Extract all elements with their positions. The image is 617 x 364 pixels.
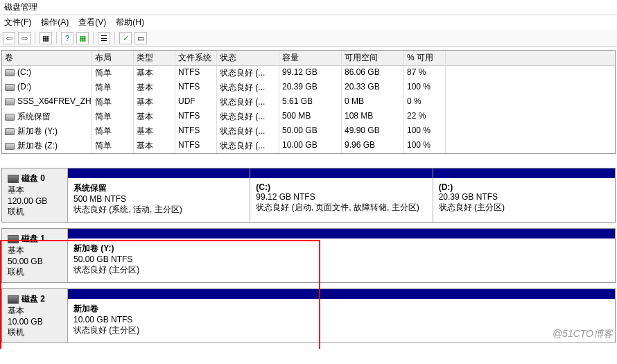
partition-status: 状态良好 (系统, 活动, 主分区) — [73, 204, 244, 216]
col-status[interactable]: 状态 — [217, 51, 279, 65]
volume-name: (C:) — [17, 67, 31, 77]
volume-row[interactable]: (C:)简单基本NTFS状态良好 (...99.12 GB86.06 GB87 … — [2, 66, 615, 80]
volume-pct: 100 % — [404, 124, 446, 139]
partition-body: 系统保留500 MB NTFS状态良好 (系统, 活动, 主分区) — [68, 178, 250, 222]
props-button[interactable]: ▭ — [134, 32, 147, 44]
volume-row[interactable]: 系统保留简单基本NTFS状态良好 (...500 MB108 MB22 % — [2, 110, 615, 124]
disk-row[interactable]: 磁盘 2基本10.00 GB联机新加卷10.00 GB NTFS状态良好 (主分… — [1, 288, 616, 343]
refresh-button[interactable]: ▦ — [76, 32, 89, 44]
volume-pct: 100 % — [404, 139, 446, 153]
volume-cap: 50.00 GB — [279, 124, 342, 139]
volume-type: 基本 — [134, 95, 175, 110]
volume-pct: 22 % — [404, 110, 446, 124]
col-type[interactable]: 类型 — [134, 51, 175, 65]
volume-layout: 简单 — [92, 66, 134, 80]
disk-row[interactable]: 磁盘 0基本120.00 GB联机系统保留500 MB NTFS状态良好 (系统… — [1, 168, 616, 223]
volume-name: 新加卷 (Z:) — [17, 141, 58, 150]
volume-pct: 87 % — [404, 66, 446, 80]
partition[interactable]: (C:)99.12 GB NTFS状态良好 (启动, 页面文件, 故障转储, 主… — [250, 168, 433, 222]
col-layout[interactable]: 布局 — [92, 51, 134, 65]
volume-layout: 简单 — [92, 110, 134, 124]
menu-action[interactable]: 操作(A) — [41, 17, 69, 28]
volume-row[interactable]: SSS_X64FREV_ZH...简单基本UDF状态良好 (...5.61 GB… — [2, 95, 615, 110]
partition[interactable]: 新加卷 (Y:)50.00 GB NTFS状态良好 (主分区) — [68, 229, 615, 282]
disk-icon — [8, 295, 19, 304]
drive-icon — [5, 143, 15, 150]
disk-label: 磁盘 2基本10.00 GB联机 — [2, 289, 68, 343]
disk-label: 磁盘 0基本120.00 GB联机 — [2, 168, 68, 222]
watermark: @51CTO博客 — [553, 328, 613, 340]
volume-free: 86.06 GB — [342, 66, 404, 80]
volume-cap: 500 MB — [279, 110, 342, 124]
partition-size: 99.12 GB NTFS — [256, 192, 426, 202]
partition-name: (C:) — [256, 182, 426, 192]
col-free[interactable]: 可用空间 — [342, 51, 404, 65]
partition-body: (D:)20.39 GB NTFS状态良好 (主分区) — [433, 178, 615, 222]
disk-state: 联机 — [8, 327, 62, 338]
disk-row[interactable]: 磁盘 1基本50.00 GB联机新加卷 (Y:)50.00 GB NTFS状态良… — [1, 228, 616, 283]
partition-body: 新加卷10.00 GB NTFS状态良好 (主分区) — [68, 299, 615, 343]
disk-kind: 基本 — [8, 245, 62, 257]
volume-layout: 简单 — [92, 95, 134, 110]
back-button[interactable]: ⇦ — [3, 32, 15, 44]
disk-kind: 基本 — [8, 184, 62, 196]
toolbar-sep — [35, 32, 35, 44]
check-button[interactable]: ✓ — [119, 32, 132, 44]
col-volume[interactable]: 卷 — [2, 51, 92, 65]
partition-name: 新加卷 — [73, 303, 609, 315]
partition[interactable]: (D:)20.39 GB NTFS状态良好 (主分区) — [433, 168, 615, 222]
toolbar-sep — [56, 32, 57, 44]
volume-cap: 20.39 GB — [279, 80, 342, 95]
partition-size: 20.39 GB NTFS — [439, 192, 609, 202]
volume-fs: UDF — [175, 95, 217, 110]
partition-status: 状态良好 (主分区) — [73, 324, 609, 336]
volume-free: 108 MB — [342, 110, 404, 124]
partition-name: 系统保留 — [73, 182, 244, 194]
partition-name: (D:) — [439, 182, 609, 192]
menu-file[interactable]: 文件(F) — [4, 17, 31, 28]
disk-size: 50.00 GB — [8, 257, 62, 266]
volume-status: 状态良好 (... — [217, 124, 279, 139]
help-button[interactable]: ? — [61, 32, 73, 44]
col-fs[interactable]: 文件系统 — [175, 51, 217, 65]
disk-state: 联机 — [8, 266, 62, 278]
col-percent[interactable]: % 可用 — [404, 51, 446, 65]
volume-free: 49.90 GB — [342, 124, 404, 139]
partition[interactable]: 新加卷10.00 GB NTFS状态良好 (主分区) — [68, 289, 615, 343]
volume-row[interactable]: 新加卷 (Z:)简单基本NTFS状态良好 (...10.00 GB9.96 GB… — [2, 139, 615, 153]
volume-fs: NTFS — [175, 139, 217, 153]
forward-button[interactable]: ⇨ — [18, 32, 31, 44]
disk-name: 磁盘 2 — [21, 294, 45, 304]
partition-wrap: 新加卷 (Y:)50.00 GB NTFS状态良好 (主分区) — [68, 229, 615, 282]
disk-size: 120.00 GB — [8, 196, 62, 206]
partition-header — [68, 168, 250, 178]
drive-icon — [5, 69, 15, 76]
list-button[interactable]: ☰ — [98, 32, 110, 44]
drive-icon — [5, 128, 15, 135]
partition-body: (C:)99.12 GB NTFS状态良好 (启动, 页面文件, 故障转储, 主… — [250, 178, 432, 222]
menu-help[interactable]: 帮助(H) — [116, 17, 144, 28]
menu-view[interactable]: 查看(V) — [78, 17, 106, 28]
col-capacity[interactable]: 容量 — [279, 51, 342, 65]
partition[interactable]: 系统保留500 MB NTFS状态良好 (系统, 活动, 主分区) — [68, 168, 250, 222]
volume-free: 0 MB — [342, 95, 404, 110]
partition-header — [68, 289, 615, 299]
volume-cap: 99.12 GB — [279, 66, 342, 80]
grid-button[interactable]: ▦ — [40, 32, 52, 44]
volume-free: 20.33 GB — [342, 80, 404, 95]
volume-status: 状态良好 (... — [217, 80, 279, 95]
volume-type: 基本 — [134, 139, 175, 153]
partition-body: 新加卷 (Y:)50.00 GB NTFS状态良好 (主分区) — [68, 239, 615, 282]
disk-name: 磁盘 0 — [21, 173, 45, 183]
volume-header-row: 卷 布局 类型 文件系统 状态 容量 可用空间 % 可用 — [2, 51, 615, 66]
window-title: 磁盘管理 — [0, 0, 617, 15]
volume-layout: 简单 — [92, 139, 134, 153]
partition-header — [68, 229, 615, 239]
disk-label: 磁盘 1基本50.00 GB联机 — [2, 229, 68, 282]
volume-row[interactable]: (D:)简单基本NTFS状态良好 (...20.39 GB20.33 GB100… — [2, 80, 615, 95]
drive-icon — [5, 98, 15, 105]
volume-status: 状态良好 (... — [217, 110, 279, 124]
volume-row[interactable]: 新加卷 (Y:)简单基本NTFS状态良好 (...50.00 GB49.90 G… — [2, 124, 615, 139]
app-title: 磁盘管理 — [4, 2, 37, 12]
volume-cap: 10.00 GB — [279, 139, 342, 153]
